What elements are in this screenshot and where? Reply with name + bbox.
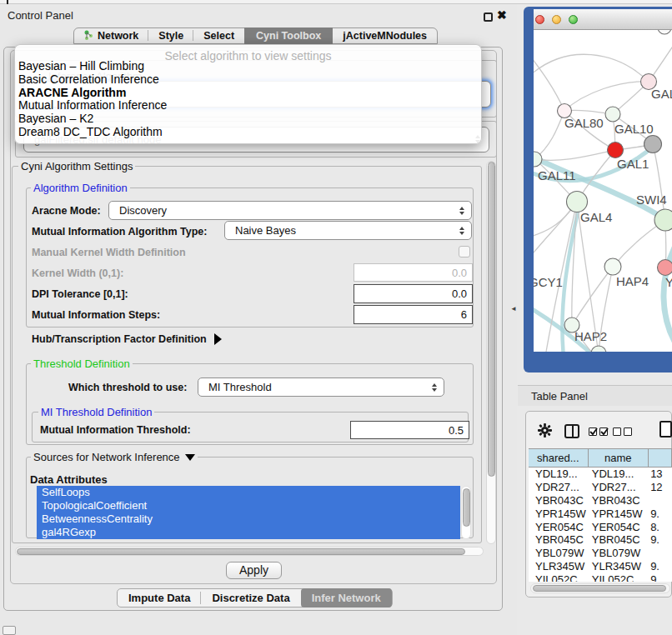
network-node[interactable] xyxy=(591,346,606,352)
settings-vertical-scrollbar-thumb[interactable] xyxy=(488,162,495,477)
network-node[interactable] xyxy=(658,30,671,34)
attribute-item[interactable]: TopologicalCoefficient xyxy=(37,499,460,512)
tab-style[interactable]: Style xyxy=(148,28,193,44)
algorithm-option[interactable]: Mutual Information Inference xyxy=(18,99,479,112)
tab-cyni-toolbox[interactable]: Cyni Toolbox xyxy=(244,28,333,44)
tab-impute-data[interactable]: Impute Data xyxy=(118,588,201,608)
hub-definition-row[interactable]: Hub/Transcription Factor Definition xyxy=(32,333,222,345)
table-cell: YBR045C xyxy=(529,533,589,546)
table-cell: YBR043C xyxy=(589,494,649,507)
aracne-mode-combo[interactable]: Discovery xyxy=(108,201,472,220)
algorithm-option[interactable]: Basic Correlation Inference xyxy=(18,73,479,87)
table-cell: YDL19... xyxy=(529,468,589,480)
algorithm-option[interactable]: Dream8 DC_TDC Algorithm xyxy=(18,126,479,139)
tab-discretize-data[interactable]: Discretize Data xyxy=(201,588,300,608)
zoom-traffic-light[interactable] xyxy=(569,15,578,24)
checked-checkbox-icon[interactable] xyxy=(599,428,608,436)
network-edge[interactable] xyxy=(534,150,615,160)
columns-icon[interactable] xyxy=(564,424,579,438)
table-cell: YIL052C xyxy=(529,573,589,582)
column-header-shared-name[interactable]: shared... xyxy=(529,448,589,468)
table-cell: YDL19... xyxy=(589,468,649,480)
tab-infer-network[interactable]: Infer Network xyxy=(301,588,392,608)
kernel-width-field[interactable]: 0.0 xyxy=(354,263,473,282)
document-icon[interactable] xyxy=(659,421,672,438)
close-icon[interactable]: ✖ xyxy=(497,8,507,22)
checked-checkbox-icon[interactable] xyxy=(589,428,597,436)
table-row[interactable]: YIL052CYIL052C9. xyxy=(529,572,672,582)
network-node-label: SWI4 xyxy=(636,192,667,207)
network-canvas-svg: GALGAL80GAL10GAL1GAL11SWI4GAL4GCY1HAP4YH… xyxy=(534,30,672,352)
algorithm-option[interactable]: Bayesian – K2 xyxy=(18,112,479,126)
table-cell: 12 xyxy=(649,481,672,493)
table-cell: YBR043C xyxy=(529,494,589,507)
dpi-tolerance-field[interactable]: 0.0 xyxy=(354,284,473,303)
close-traffic-light[interactable] xyxy=(535,15,544,24)
table-row[interactable]: YDL19...YDL19...13 xyxy=(529,468,672,481)
network-canvas[interactable]: GALGAL80GAL10GAL1GAL11SWI4GAL4GCY1HAP4YH… xyxy=(534,30,672,352)
network-node[interactable] xyxy=(567,192,588,212)
cyni-algorithm-settings-title: Cyni Algorithm Settings xyxy=(18,160,135,172)
network-edge[interactable] xyxy=(534,111,564,159)
table-row[interactable]: YDR27...YDR27...12 xyxy=(529,481,672,494)
network-node[interactable] xyxy=(654,209,672,231)
table-row[interactable]: YER054CYER054C8. xyxy=(529,520,672,533)
mi-threshold-definition-title: MI Threshold Definition xyxy=(38,406,154,418)
network-edge[interactable] xyxy=(564,82,649,111)
mi-threshold-field[interactable]: 0.5 xyxy=(350,421,469,439)
column-header-name[interactable]: name xyxy=(589,448,649,468)
table-cell: YDR27... xyxy=(529,481,589,493)
unchecked-checkbox-icon[interactable] xyxy=(624,428,632,436)
tab-select[interactable]: Select xyxy=(193,28,244,44)
network-node-label: GAL11 xyxy=(538,168,576,182)
algorithm-option[interactable]: Bayesian – Hill Climbing xyxy=(18,60,479,73)
control-panel-title: Control Panel xyxy=(8,9,73,22)
apply-button[interactable]: Apply xyxy=(226,562,282,579)
network-node[interactable] xyxy=(604,258,621,275)
mi-steps-field[interactable]: 6 xyxy=(354,305,473,324)
combo-arrows-icon xyxy=(459,207,464,215)
table-horizontal-scrollbar-thumb[interactable] xyxy=(533,585,666,592)
network-node-label: GAL10 xyxy=(614,122,654,136)
attributes-scrollbar-thumb[interactable] xyxy=(463,488,470,527)
tab-network[interactable]: Network xyxy=(74,28,148,44)
which-threshold-combo[interactable]: MI Threshold xyxy=(198,378,444,397)
table-row[interactable]: YBR045CYBR045C9. xyxy=(529,533,672,547)
network-edge[interactable] xyxy=(653,144,665,220)
control-panel-window: Control Panel ✖ Network Style Select Cyn… xyxy=(0,0,517,635)
table-row[interactable]: YPR145WYPR145W9. xyxy=(529,507,672,520)
network-edge[interactable] xyxy=(664,237,672,352)
table-row[interactable]: YBL079WYBL079W xyxy=(529,547,672,560)
table-cell: 9. xyxy=(649,573,672,582)
network-edge[interactable] xyxy=(534,54,649,82)
manual-kernel-width-checkbox[interactable] xyxy=(459,246,470,258)
hub-expand-arrow-icon[interactable] xyxy=(214,333,222,345)
table-row[interactable]: YBR043CYBR043C xyxy=(529,494,672,508)
algorithm-option[interactable]: ARACNE Algorithm xyxy=(18,87,479,100)
mi-algorithm-type-combo[interactable]: Naive Bayes xyxy=(224,221,472,240)
mini-window-icon[interactable] xyxy=(3,626,16,635)
table-row[interactable]: YLR345WYLR345W9. xyxy=(529,560,672,573)
network-node[interactable] xyxy=(605,107,620,122)
threshold-definition-title: Threshold Definition xyxy=(31,358,133,370)
collapse-arrow-icon[interactable] xyxy=(185,454,195,461)
network-edge[interactable] xyxy=(534,55,564,111)
table-cell: 9. xyxy=(649,560,672,572)
unchecked-checkbox-icon[interactable] xyxy=(613,428,621,436)
settings-horizontal-scrollbar-thumb[interactable] xyxy=(17,548,465,555)
network-node[interactable] xyxy=(644,136,662,153)
attribute-item[interactable]: SelfLoops xyxy=(37,486,460,499)
gear-icon[interactable] xyxy=(538,423,552,440)
column-header-extra[interactable] xyxy=(649,448,672,468)
table-cell: 9. xyxy=(649,508,672,520)
network-node[interactable] xyxy=(658,260,672,276)
network-window-titlebar[interactable] xyxy=(534,9,672,30)
attribute-item[interactable]: gal4RGexp xyxy=(37,526,460,539)
network-node[interactable] xyxy=(608,142,624,158)
tab-jactivemnodules[interactable]: jActiveMNodules xyxy=(333,28,437,44)
table-cell: YPR145W xyxy=(589,508,649,520)
network-node-label: HAP4 xyxy=(616,274,649,288)
attribute-item[interactable]: BetweennessCentrality xyxy=(37,512,460,526)
float-window-icon[interactable] xyxy=(484,12,493,22)
minimize-traffic-light[interactable] xyxy=(552,15,561,24)
